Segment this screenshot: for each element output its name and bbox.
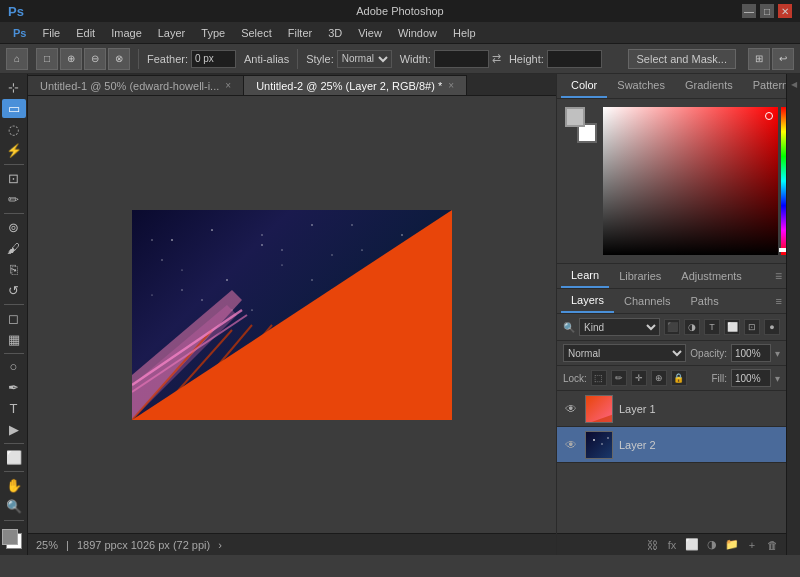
tool-pen[interactable]: ✒ (2, 378, 26, 397)
menu-window[interactable]: Window (391, 25, 444, 41)
tool-eraser[interactable]: ◻ (2, 309, 26, 328)
feather-input[interactable] (191, 50, 236, 68)
filter-shape-btn[interactable]: ⬜ (724, 319, 740, 335)
select-and-mask-button[interactable]: Select and Mask... (628, 49, 737, 69)
options-icon-2[interactable]: ↩ (772, 48, 794, 70)
blend-mode-select[interactable]: Normal (563, 344, 686, 362)
fg-bg-colors[interactable] (2, 529, 26, 551)
layer-link-btn[interactable]: ⛓ (644, 537, 660, 553)
intersect-selection-btn[interactable]: ⊗ (108, 48, 130, 70)
width-swap-icon[interactable]: ⇄ (492, 52, 501, 65)
opacity-dropdown-arrow[interactable]: ▾ (775, 348, 780, 359)
doc-tab-1-close[interactable]: × (225, 80, 231, 91)
lock-all-btn[interactable]: 🔒 (671, 370, 687, 386)
menu-3d[interactable]: 3D (321, 25, 349, 41)
tab-layers[interactable]: Layers (561, 289, 614, 313)
minimize-button[interactable]: — (742, 4, 756, 18)
fill-input[interactable] (731, 369, 771, 387)
tool-hand[interactable]: ✋ (2, 476, 26, 495)
filter-adjust-btn[interactable]: ◑ (684, 319, 700, 335)
menu-ps[interactable]: Ps (6, 25, 33, 41)
tool-history-brush[interactable]: ↺ (2, 281, 26, 300)
tool-clone[interactable]: ⎘ (2, 260, 26, 279)
layers-panel-menu-btn[interactable]: ≡ (776, 295, 782, 307)
height-input[interactable] (547, 50, 602, 68)
tab-channels[interactable]: Channels (614, 290, 680, 312)
doc-tab-2[interactable]: Untitled-2 @ 25% (Layer 2, RGB/8#) * × (244, 75, 467, 95)
filter-pixel-btn[interactable]: ⬛ (664, 319, 680, 335)
filter-type-btn[interactable]: T (704, 319, 720, 335)
tool-spot-heal[interactable]: ⊚ (2, 218, 26, 237)
tool-path-select[interactable]: ▶ (2, 420, 26, 439)
lock-artboard-btn[interactable]: ⊕ (651, 370, 667, 386)
subtract-selection-btn[interactable]: ⊖ (84, 48, 106, 70)
learn-panel-menu-btn[interactable]: ≡ (775, 269, 782, 283)
window-controls[interactable]: — □ ✕ (742, 4, 792, 18)
add-selection-btn[interactable]: ⊕ (60, 48, 82, 70)
menu-layer[interactable]: Layer (151, 25, 193, 41)
tool-zoom[interactable]: 🔍 (2, 497, 26, 516)
layer-2-visibility[interactable]: 👁 (563, 437, 579, 453)
tab-swatches[interactable]: Swatches (607, 74, 675, 98)
layer-delete-btn[interactable]: 🗑 (764, 537, 780, 553)
hue-slider[interactable] (781, 107, 786, 255)
doc-tab-2-close[interactable]: × (448, 80, 454, 91)
lock-position-btn[interactable]: ✛ (631, 370, 647, 386)
tool-marquee[interactable]: ▭ (2, 99, 26, 118)
layer-new-btn[interactable]: + (744, 537, 760, 553)
menu-view[interactable]: View (351, 25, 389, 41)
tool-shape[interactable]: ⬜ (2, 448, 26, 467)
width-input[interactable] (434, 50, 489, 68)
layer-mask-btn[interactable]: ⬜ (684, 537, 700, 553)
mini-panel-collapse-icon[interactable]: ◀ (788, 78, 800, 90)
fg-swatch[interactable] (565, 107, 585, 127)
doc-tab-1[interactable]: Untitled-1 @ 50% (edward-howell-i... × (28, 75, 244, 95)
lock-checkerboard-btn[interactable]: ⬚ (591, 370, 607, 386)
tab-paths[interactable]: Paths (681, 290, 729, 312)
close-button[interactable]: ✕ (778, 4, 792, 18)
color-gradient[interactable] (603, 107, 778, 255)
layer-item-2[interactable]: 👁 (557, 427, 786, 463)
filter-toggle-btn[interactable]: ● (764, 319, 780, 335)
tab-patterns[interactable]: Patterns (743, 74, 786, 98)
menu-filter[interactable]: Filter (281, 25, 319, 41)
fill-dropdown-arrow[interactable]: ▾ (775, 373, 780, 384)
options-home-icon[interactable]: ⌂ (6, 48, 28, 70)
style-select[interactable]: Normal (337, 50, 392, 68)
opacity-input[interactable] (731, 344, 771, 362)
layer-adjustment-btn[interactable]: ◑ (704, 537, 720, 553)
fg-bg-swatches[interactable] (565, 107, 597, 143)
menu-help[interactable]: Help (446, 25, 483, 41)
tool-brush[interactable]: 🖌 (2, 239, 26, 258)
tool-eyedropper[interactable]: ✏ (2, 190, 26, 209)
menu-type[interactable]: Type (194, 25, 232, 41)
tool-crop[interactable]: ⊡ (2, 169, 26, 188)
filter-smart-btn[interactable]: ⊡ (744, 319, 760, 335)
maximize-button[interactable]: □ (760, 4, 774, 18)
new-selection-btn[interactable]: □ (36, 48, 58, 70)
tab-gradients[interactable]: Gradients (675, 74, 743, 98)
tab-learn[interactable]: Learn (561, 264, 609, 288)
tool-gradient[interactable]: ▦ (2, 330, 26, 349)
fg-color-swatch[interactable] (2, 529, 18, 545)
menu-image[interactable]: Image (104, 25, 149, 41)
tool-magic-wand[interactable]: ⚡ (2, 141, 26, 160)
tab-libraries[interactable]: Libraries (609, 265, 671, 287)
tab-adjustments[interactable]: Adjustments (671, 265, 752, 287)
lock-brush-btn[interactable]: ✏ (611, 370, 627, 386)
options-icon-1[interactable]: ⊞ (748, 48, 770, 70)
tool-lasso[interactable]: ◌ (2, 120, 26, 139)
tool-type[interactable]: T (2, 399, 26, 418)
status-arrow[interactable]: › (218, 539, 222, 551)
layer-item-1[interactable]: 👁 Layer 1 (557, 391, 786, 427)
layer-group-btn[interactable]: 📁 (724, 537, 740, 553)
tool-move[interactable]: ⊹ (2, 78, 26, 97)
layer-1-visibility[interactable]: 👁 (563, 401, 579, 417)
menu-select[interactable]: Select (234, 25, 279, 41)
tab-color[interactable]: Color (561, 74, 607, 98)
tool-dodge[interactable]: ○ (2, 357, 26, 376)
menu-file[interactable]: File (35, 25, 67, 41)
layer-effects-btn[interactable]: fx (664, 537, 680, 553)
kind-select[interactable]: Kind (579, 318, 660, 336)
menu-edit[interactable]: Edit (69, 25, 102, 41)
